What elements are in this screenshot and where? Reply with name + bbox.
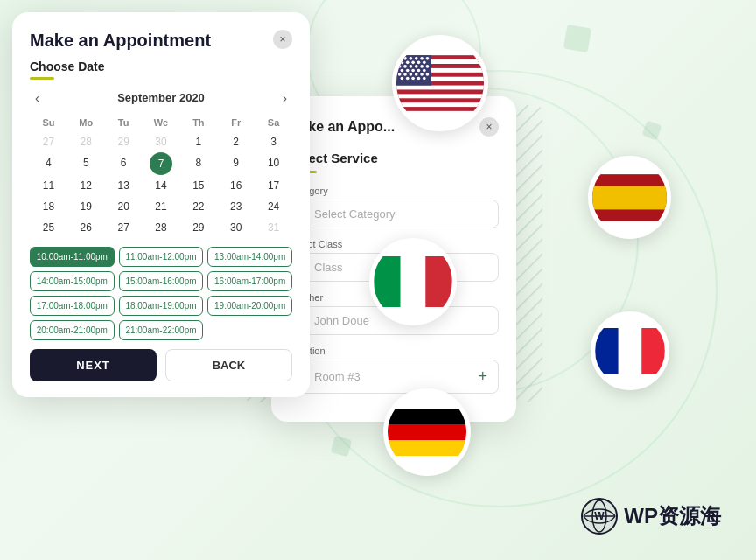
cal-cell[interactable]: 15: [179, 175, 217, 196]
cal-cell[interactable]: 8: [179, 152, 217, 175]
back-button[interactable]: BACK: [165, 349, 292, 382]
calendar-grid: Su Mo Tu We Th Fr Sa 27 28 29 30 1 2 3 4…: [30, 114, 292, 238]
cal-cell[interactable]: 14: [143, 175, 180, 196]
prev-month-button[interactable]: ‹: [30, 88, 45, 107]
cal-cell[interactable]: 13: [105, 175, 143, 196]
svg-rect-47: [425, 256, 452, 307]
cal-cell[interactable]: 20: [105, 196, 143, 217]
svg-point-38: [401, 77, 404, 80]
cal-cell[interactable]: 26: [67, 217, 105, 238]
svg-point-36: [420, 73, 424, 76]
svg-point-26: [426, 65, 430, 68]
cal-cell[interactable]: 27: [30, 131, 67, 152]
svg-point-28: [406, 69, 410, 73]
cal-header-su: Su: [30, 114, 67, 131]
time-slots: 10:00am-11:00pm 11:00am-12:00pm 13:00am-…: [30, 247, 292, 340]
svg-point-15: [426, 57, 430, 60]
cal-cell[interactable]: 18: [30, 196, 67, 217]
time-slot[interactable]: 20:00am-21:00pm: [30, 320, 115, 340]
cal-cell[interactable]: 27: [105, 217, 143, 238]
category-input[interactable]: Select Category: [289, 200, 499, 228]
cal-cell[interactable]: 5: [67, 152, 105, 175]
svg-point-23: [410, 65, 413, 68]
cal-cell[interactable]: 28: [143, 217, 180, 238]
cal-cell[interactable]: 24: [255, 196, 292, 217]
service-section-title: Select Service: [289, 150, 499, 165]
svg-point-18: [411, 61, 415, 65]
time-slot[interactable]: 16:00am-17:00pm: [207, 271, 292, 291]
cal-header-th: Th: [179, 114, 217, 131]
time-slot[interactable]: 13:00am-14:00pm: [207, 247, 292, 267]
cal-header-tu: Tu: [105, 114, 143, 131]
svg-point-20: [423, 61, 426, 65]
cal-cell[interactable]: 16: [217, 175, 255, 196]
cal-cell[interactable]: 9: [217, 152, 255, 175]
location-input[interactable]: Room #3 +: [289, 360, 499, 394]
svg-point-12: [410, 57, 413, 60]
cal-cell[interactable]: 4: [30, 152, 67, 175]
cal-cell[interactable]: 29: [105, 131, 143, 152]
cal-cell[interactable]: 25: [30, 217, 67, 238]
svg-point-13: [415, 57, 418, 60]
svg-point-21: [398, 65, 402, 68]
cal-cell[interactable]: 11: [30, 175, 67, 196]
cal-cell[interactable]: 2: [217, 131, 255, 152]
service-card-close[interactable]: ×: [480, 117, 499, 136]
cal-cell[interactable]: 19: [67, 196, 105, 217]
class-value: Class: [314, 261, 343, 274]
cal-cell[interactable]: 29: [179, 217, 217, 238]
time-slot[interactable]: 18:00am-19:00pm: [119, 296, 204, 316]
calendar: ‹ September 2020 › Su Mo Tu We Th Fr Sa …: [30, 88, 292, 238]
cal-cell[interactable]: 30: [217, 217, 255, 238]
category-field: Category Select Category: [289, 186, 499, 228]
svg-rect-7: [396, 94, 484, 98]
cal-cell[interactable]: 28: [67, 131, 105, 152]
appointment-close[interactable]: ×: [273, 30, 292, 49]
svg-point-34: [410, 73, 413, 76]
cal-cell[interactable]: 22: [179, 196, 217, 217]
choose-date-title: Choose Date: [30, 60, 292, 74]
time-slot[interactable]: 15:00am-16:00pm: [119, 271, 204, 291]
time-slot[interactable]: 10:00am-11:00pm: [30, 247, 115, 267]
svg-rect-6: [396, 86, 484, 90]
cal-cell[interactable]: 17: [255, 175, 292, 196]
svg-point-31: [423, 69, 426, 73]
time-slot[interactable]: 21:00am-22:00pm: [119, 320, 204, 340]
wp-text: WP资源海: [624, 502, 721, 530]
time-slot[interactable]: 11:00am-12:00pm: [119, 247, 204, 267]
add-icon: +: [478, 368, 487, 386]
category-value: Select Category: [314, 207, 396, 220]
svg-rect-45: [374, 256, 400, 307]
cal-cell[interactable]: 30: [143, 131, 180, 152]
cal-cell[interactable]: 23: [217, 196, 255, 217]
svg-point-30: [417, 69, 421, 73]
choose-date-underline: [30, 77, 54, 80]
cal-cell[interactable]: 31: [255, 217, 292, 238]
svg-rect-53: [388, 440, 466, 456]
month-label: September 2020: [117, 91, 205, 104]
time-slot[interactable]: 17:00am-18:00pm: [30, 296, 115, 316]
time-slot[interactable]: 19:00am-20:00pm: [207, 296, 292, 316]
svg-rect-51: [388, 409, 466, 424]
svg-point-14: [420, 57, 424, 60]
cal-header-sa: Sa: [255, 114, 292, 131]
svg-point-40: [411, 77, 415, 80]
svg-point-22: [403, 65, 407, 68]
cal-cell[interactable]: 6: [105, 152, 143, 175]
scene: Make an Appo... × Select Service Categor…: [0, 0, 756, 560]
cal-header-mo: Mo: [67, 114, 105, 131]
flag-spain: [588, 156, 671, 239]
cal-cell[interactable]: 12: [67, 175, 105, 196]
svg-point-10: [398, 57, 402, 60]
cal-cell[interactable]: 1: [179, 131, 217, 152]
time-slot[interactable]: 14:00am-15:00pm: [30, 271, 115, 291]
cal-cell-selected[interactable]: 7: [150, 152, 172, 175]
svg-rect-8: [396, 102, 484, 107]
next-button[interactable]: NEXT: [30, 349, 157, 382]
next-month-button[interactable]: ›: [277, 88, 292, 107]
cal-cell[interactable]: 10: [255, 152, 292, 175]
cal-cell[interactable]: 3: [255, 131, 292, 152]
svg-rect-49: [619, 328, 642, 374]
cal-cell[interactable]: 21: [143, 196, 180, 217]
action-buttons: NEXT BACK: [30, 349, 292, 382]
